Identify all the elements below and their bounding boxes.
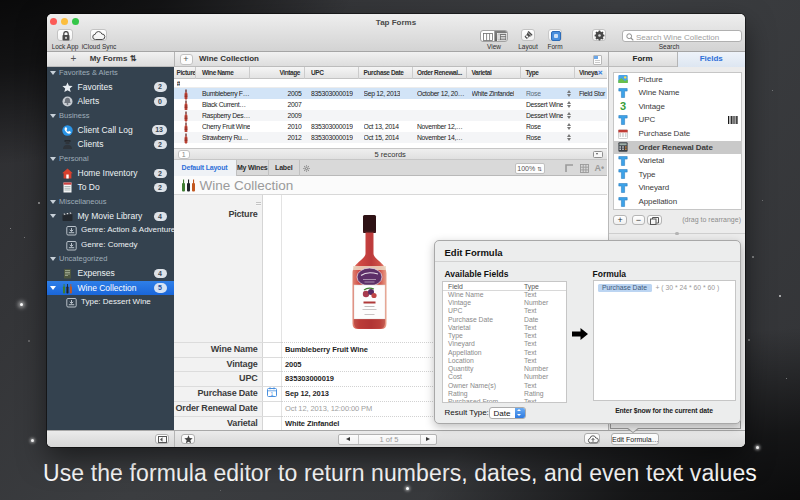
- svg-text:1: 1: [271, 391, 274, 397]
- svg-text:3: 3: [619, 101, 625, 111]
